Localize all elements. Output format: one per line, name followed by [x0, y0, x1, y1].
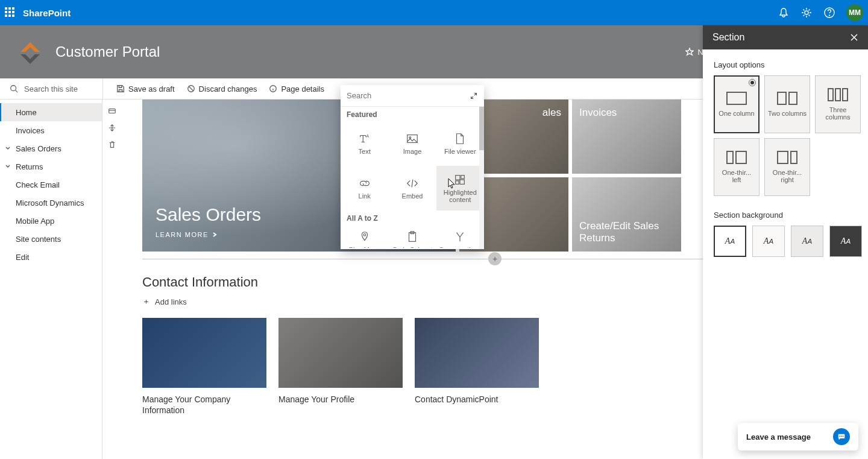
suite-product-name[interactable]: SharePoint: [23, 8, 71, 18]
nav-check-email[interactable]: Check Email: [0, 176, 102, 194]
swatch-sample: AA: [725, 236, 735, 246]
picker-all-label: All A to Z: [341, 211, 484, 225]
contact-card[interactable]: Manage Your Profile: [278, 318, 403, 416]
nav-label: Returns: [16, 162, 43, 171]
picker-item-bingmaps[interactable]: Bing Maps: [341, 225, 388, 248]
add-section-button[interactable]: +: [488, 252, 502, 265]
swatch-sample: AA: [764, 236, 773, 246]
bg-swatch-soft[interactable]: AA: [791, 226, 823, 257]
layout-three-columns[interactable]: Three columns: [815, 75, 861, 133]
nav-invoices[interactable]: Invoices: [0, 121, 102, 139]
edit-section-icon[interactable]: [108, 107, 116, 115]
nav-mobile-app[interactable]: Mobile App: [0, 212, 102, 230]
nav-label: Check Email: [16, 180, 60, 189]
save-draft-button[interactable]: Save as draft: [116, 84, 175, 93]
search-placeholder: Search this site: [24, 84, 78, 93]
nav-label: Mobile App: [16, 217, 54, 226]
close-icon[interactable]: [850, 33, 858, 42]
picker-item-label: Text: [359, 148, 371, 155]
layout-one-third-right[interactable]: One-thir... right: [764, 138, 810, 196]
picker-item-fileviewer[interactable]: File viewer: [436, 121, 484, 166]
chevron-down-icon: [5, 145, 11, 151]
map-pin-icon: [358, 230, 371, 244]
user-avatar[interactable]: MM: [846, 4, 863, 21]
delete-section-icon[interactable]: [108, 141, 116, 149]
help-icon[interactable]: [823, 7, 835, 19]
link-icon: [358, 177, 371, 190]
svg-text:A: A: [366, 134, 369, 138]
hero-tile-returns[interactable]: Create/Edit Sales Returns: [572, 177, 681, 252]
learn-more-label: LEARN MORE: [156, 231, 209, 238]
picker-featured-label: Featured: [341, 107, 484, 121]
picker-item-text[interactable]: A Text: [341, 121, 388, 166]
site-logo[interactable]: [17, 39, 43, 65]
discard-icon: [187, 84, 195, 93]
picker-item-image[interactable]: Image: [388, 121, 436, 166]
card-title: Contact DynamicPoint: [415, 394, 539, 405]
picker-scrollbar-thumb[interactable]: [479, 107, 484, 150]
bg-swatch-strong[interactable]: AA: [829, 226, 862, 257]
svg-point-22: [843, 435, 844, 437]
nav-dynamics[interactable]: Microsoft Dynamics: [0, 194, 102, 212]
chevron-down-icon: [5, 163, 11, 169]
contact-card[interactable]: Contact DynamicPoint: [415, 318, 539, 416]
nav-label: Edit: [16, 253, 29, 262]
layout-label: One-thir... right: [767, 169, 807, 183]
text-icon: A: [358, 132, 371, 145]
picker-item-link[interactable]: Link: [341, 166, 388, 211]
svg-point-2: [829, 15, 830, 16]
layout-one-third-left[interactable]: One-thir... left: [714, 138, 760, 196]
notifications-icon[interactable]: [778, 7, 790, 19]
picker-item-embed[interactable]: Embed: [388, 166, 436, 211]
svg-rect-14: [461, 176, 465, 179]
bg-swatch-neutral[interactable]: AA: [752, 226, 785, 257]
contact-card[interactable]: Manage Your Company Information: [142, 318, 266, 416]
layout-icon: [828, 88, 848, 101]
picker-item-conversations[interactable]: Conversations: [436, 225, 484, 248]
svg-point-0: [805, 11, 808, 14]
nav-label: Microsoft Dynamics: [16, 198, 84, 207]
section-background-label: Section background: [714, 211, 857, 220]
section-toolbar: [102, 100, 122, 459]
picker-item-label: Conversations: [439, 246, 481, 248]
move-section-icon[interactable]: [108, 124, 116, 132]
card-image: [142, 318, 266, 388]
layout-label: One-thir... left: [717, 169, 756, 183]
tile-label: Invoices: [579, 107, 617, 119]
plus-icon: ＋: [142, 296, 150, 307]
hero-tile-invoices[interactable]: Invoices: [572, 100, 681, 174]
card-title: Manage Your Company Information: [142, 394, 266, 416]
chat-widget[interactable]: Leave a message: [738, 423, 858, 451]
card-title: Manage Your Profile: [278, 394, 403, 405]
tile-label: Create/Edit Sales Returns: [579, 220, 674, 244]
picker-item-codesnippet[interactable]: Code Snippet: [388, 225, 436, 248]
picker-item-label: Code Snippet: [392, 246, 433, 248]
layout-label: Three columns: [818, 106, 858, 121]
nav-edit[interactable]: Edit: [0, 248, 102, 266]
picker-item-highlighted-content[interactable]: Highlighted content: [436, 166, 484, 211]
page-details-label: Page details: [281, 84, 324, 93]
chat-label: Leave a message: [746, 432, 811, 442]
nav-returns[interactable]: Returns: [0, 157, 102, 176]
site-title[interactable]: Customer Portal: [55, 43, 160, 60]
discard-button[interactable]: Discard changes: [187, 84, 257, 93]
settings-icon[interactable]: [800, 7, 813, 19]
layout-icon: [777, 92, 797, 105]
svg-rect-16: [460, 180, 464, 184]
nav-home[interactable]: Home: [0, 103, 102, 121]
svg-point-17: [363, 234, 366, 236]
layout-label: One column: [719, 110, 754, 117]
app-launcher-icon[interactable]: [5, 7, 16, 18]
search-input[interactable]: Search this site: [0, 78, 102, 99]
nav-sales-orders[interactable]: Sales Orders: [0, 139, 102, 157]
picker-search-input[interactable]: [347, 91, 470, 100]
layout-icon: [726, 151, 747, 164]
layout-two-columns[interactable]: Two columns: [764, 75, 810, 133]
nav-site-contents[interactable]: Site contents: [0, 230, 102, 248]
clipboard-icon: [406, 230, 419, 244]
expand-icon[interactable]: [470, 92, 478, 100]
bg-swatch-none[interactable]: AA: [714, 226, 746, 257]
layout-one-column[interactable]: One column: [714, 75, 760, 133]
layout-label: Two columns: [768, 110, 807, 117]
page-details-button[interactable]: Page details: [269, 84, 324, 93]
